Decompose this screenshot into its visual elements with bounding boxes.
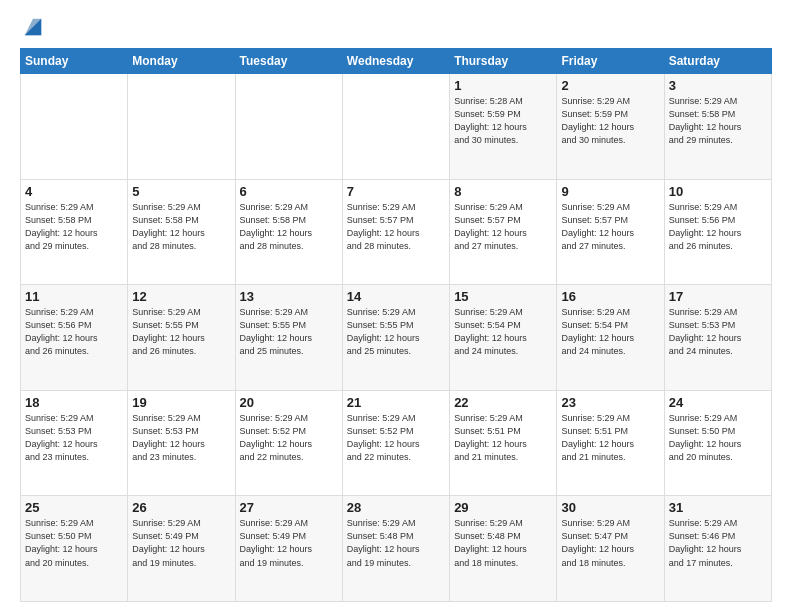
calendar-cell: 5Sunrise: 5:29 AM Sunset: 5:58 PM Daylig… bbox=[128, 179, 235, 285]
calendar-week-5: 25Sunrise: 5:29 AM Sunset: 5:50 PM Dayli… bbox=[21, 496, 772, 602]
calendar-cell: 12Sunrise: 5:29 AM Sunset: 5:55 PM Dayli… bbox=[128, 285, 235, 391]
day-info: Sunrise: 5:29 AM Sunset: 5:51 PM Dayligh… bbox=[561, 412, 659, 464]
calendar-cell: 30Sunrise: 5:29 AM Sunset: 5:47 PM Dayli… bbox=[557, 496, 664, 602]
day-number: 5 bbox=[132, 184, 230, 199]
header bbox=[20, 16, 772, 38]
day-number: 22 bbox=[454, 395, 552, 410]
calendar-cell: 6Sunrise: 5:29 AM Sunset: 5:58 PM Daylig… bbox=[235, 179, 342, 285]
calendar-week-2: 4Sunrise: 5:29 AM Sunset: 5:58 PM Daylig… bbox=[21, 179, 772, 285]
calendar-cell: 22Sunrise: 5:29 AM Sunset: 5:51 PM Dayli… bbox=[450, 390, 557, 496]
calendar-cell: 28Sunrise: 5:29 AM Sunset: 5:48 PM Dayli… bbox=[342, 496, 449, 602]
day-info: Sunrise: 5:29 AM Sunset: 5:47 PM Dayligh… bbox=[561, 517, 659, 569]
calendar-cell: 18Sunrise: 5:29 AM Sunset: 5:53 PM Dayli… bbox=[21, 390, 128, 496]
day-number: 2 bbox=[561, 78, 659, 93]
day-number: 16 bbox=[561, 289, 659, 304]
day-info: Sunrise: 5:29 AM Sunset: 5:55 PM Dayligh… bbox=[240, 306, 338, 358]
day-info: Sunrise: 5:29 AM Sunset: 5:48 PM Dayligh… bbox=[347, 517, 445, 569]
day-number: 24 bbox=[669, 395, 767, 410]
day-number: 12 bbox=[132, 289, 230, 304]
logo-icon bbox=[22, 16, 44, 38]
calendar-cell: 8Sunrise: 5:29 AM Sunset: 5:57 PM Daylig… bbox=[450, 179, 557, 285]
day-info: Sunrise: 5:29 AM Sunset: 5:56 PM Dayligh… bbox=[669, 201, 767, 253]
day-info: Sunrise: 5:29 AM Sunset: 5:56 PM Dayligh… bbox=[25, 306, 123, 358]
day-number: 8 bbox=[454, 184, 552, 199]
day-info: Sunrise: 5:29 AM Sunset: 5:57 PM Dayligh… bbox=[347, 201, 445, 253]
day-number: 7 bbox=[347, 184, 445, 199]
day-info: Sunrise: 5:29 AM Sunset: 5:48 PM Dayligh… bbox=[454, 517, 552, 569]
calendar-cell: 2Sunrise: 5:29 AM Sunset: 5:59 PM Daylig… bbox=[557, 74, 664, 180]
day-number: 17 bbox=[669, 289, 767, 304]
calendar-table: SundayMondayTuesdayWednesdayThursdayFrid… bbox=[20, 48, 772, 602]
calendar-cell: 13Sunrise: 5:29 AM Sunset: 5:55 PM Dayli… bbox=[235, 285, 342, 391]
day-number: 25 bbox=[25, 500, 123, 515]
day-number: 15 bbox=[454, 289, 552, 304]
page: SundayMondayTuesdayWednesdayThursdayFrid… bbox=[0, 0, 792, 612]
day-info: Sunrise: 5:29 AM Sunset: 5:54 PM Dayligh… bbox=[454, 306, 552, 358]
calendar-cell: 3Sunrise: 5:29 AM Sunset: 5:58 PM Daylig… bbox=[664, 74, 771, 180]
day-number: 18 bbox=[25, 395, 123, 410]
calendar-cell bbox=[21, 74, 128, 180]
day-number: 4 bbox=[25, 184, 123, 199]
calendar-cell bbox=[235, 74, 342, 180]
day-number: 30 bbox=[561, 500, 659, 515]
day-info: Sunrise: 5:29 AM Sunset: 5:58 PM Dayligh… bbox=[25, 201, 123, 253]
logo bbox=[20, 20, 44, 38]
day-number: 26 bbox=[132, 500, 230, 515]
day-info: Sunrise: 5:29 AM Sunset: 5:52 PM Dayligh… bbox=[347, 412, 445, 464]
day-info: Sunrise: 5:29 AM Sunset: 5:52 PM Dayligh… bbox=[240, 412, 338, 464]
day-info: Sunrise: 5:29 AM Sunset: 5:49 PM Dayligh… bbox=[132, 517, 230, 569]
day-number: 1 bbox=[454, 78, 552, 93]
calendar-week-4: 18Sunrise: 5:29 AM Sunset: 5:53 PM Dayli… bbox=[21, 390, 772, 496]
day-info: Sunrise: 5:29 AM Sunset: 5:55 PM Dayligh… bbox=[347, 306, 445, 358]
day-info: Sunrise: 5:29 AM Sunset: 5:58 PM Dayligh… bbox=[132, 201, 230, 253]
calendar-cell: 15Sunrise: 5:29 AM Sunset: 5:54 PM Dayli… bbox=[450, 285, 557, 391]
day-info: Sunrise: 5:29 AM Sunset: 5:51 PM Dayligh… bbox=[454, 412, 552, 464]
weekday-header-monday: Monday bbox=[128, 49, 235, 74]
day-info: Sunrise: 5:29 AM Sunset: 5:58 PM Dayligh… bbox=[669, 95, 767, 147]
calendar-week-3: 11Sunrise: 5:29 AM Sunset: 5:56 PM Dayli… bbox=[21, 285, 772, 391]
day-info: Sunrise: 5:29 AM Sunset: 5:50 PM Dayligh… bbox=[25, 517, 123, 569]
weekday-header-saturday: Saturday bbox=[664, 49, 771, 74]
day-number: 27 bbox=[240, 500, 338, 515]
day-number: 6 bbox=[240, 184, 338, 199]
day-info: Sunrise: 5:29 AM Sunset: 5:53 PM Dayligh… bbox=[132, 412, 230, 464]
day-info: Sunrise: 5:29 AM Sunset: 5:50 PM Dayligh… bbox=[669, 412, 767, 464]
day-info: Sunrise: 5:29 AM Sunset: 5:57 PM Dayligh… bbox=[454, 201, 552, 253]
day-number: 14 bbox=[347, 289, 445, 304]
day-number: 10 bbox=[669, 184, 767, 199]
calendar-cell: 17Sunrise: 5:29 AM Sunset: 5:53 PM Dayli… bbox=[664, 285, 771, 391]
calendar-cell: 24Sunrise: 5:29 AM Sunset: 5:50 PM Dayli… bbox=[664, 390, 771, 496]
day-number: 28 bbox=[347, 500, 445, 515]
calendar-cell: 10Sunrise: 5:29 AM Sunset: 5:56 PM Dayli… bbox=[664, 179, 771, 285]
weekday-header-friday: Friday bbox=[557, 49, 664, 74]
calendar-cell: 14Sunrise: 5:29 AM Sunset: 5:55 PM Dayli… bbox=[342, 285, 449, 391]
calendar-cell: 29Sunrise: 5:29 AM Sunset: 5:48 PM Dayli… bbox=[450, 496, 557, 602]
day-info: Sunrise: 5:29 AM Sunset: 5:46 PM Dayligh… bbox=[669, 517, 767, 569]
day-number: 11 bbox=[25, 289, 123, 304]
calendar-cell: 7Sunrise: 5:29 AM Sunset: 5:57 PM Daylig… bbox=[342, 179, 449, 285]
calendar-cell bbox=[128, 74, 235, 180]
weekday-header-wednesday: Wednesday bbox=[342, 49, 449, 74]
weekday-header-sunday: Sunday bbox=[21, 49, 128, 74]
weekday-header-tuesday: Tuesday bbox=[235, 49, 342, 74]
day-info: Sunrise: 5:29 AM Sunset: 5:53 PM Dayligh… bbox=[25, 412, 123, 464]
day-info: Sunrise: 5:29 AM Sunset: 5:58 PM Dayligh… bbox=[240, 201, 338, 253]
calendar-cell: 31Sunrise: 5:29 AM Sunset: 5:46 PM Dayli… bbox=[664, 496, 771, 602]
day-info: Sunrise: 5:29 AM Sunset: 5:53 PM Dayligh… bbox=[669, 306, 767, 358]
day-info: Sunrise: 5:29 AM Sunset: 5:55 PM Dayligh… bbox=[132, 306, 230, 358]
calendar-cell: 23Sunrise: 5:29 AM Sunset: 5:51 PM Dayli… bbox=[557, 390, 664, 496]
svg-marker-1 bbox=[25, 19, 42, 36]
day-number: 19 bbox=[132, 395, 230, 410]
weekday-row: SundayMondayTuesdayWednesdayThursdayFrid… bbox=[21, 49, 772, 74]
weekday-header-thursday: Thursday bbox=[450, 49, 557, 74]
calendar-cell: 25Sunrise: 5:29 AM Sunset: 5:50 PM Dayli… bbox=[21, 496, 128, 602]
day-number: 20 bbox=[240, 395, 338, 410]
day-number: 29 bbox=[454, 500, 552, 515]
calendar-cell: 1Sunrise: 5:28 AM Sunset: 5:59 PM Daylig… bbox=[450, 74, 557, 180]
day-info: Sunrise: 5:29 AM Sunset: 5:57 PM Dayligh… bbox=[561, 201, 659, 253]
calendar-header: SundayMondayTuesdayWednesdayThursdayFrid… bbox=[21, 49, 772, 74]
calendar-cell: 9Sunrise: 5:29 AM Sunset: 5:57 PM Daylig… bbox=[557, 179, 664, 285]
day-info: Sunrise: 5:28 AM Sunset: 5:59 PM Dayligh… bbox=[454, 95, 552, 147]
day-info: Sunrise: 5:29 AM Sunset: 5:59 PM Dayligh… bbox=[561, 95, 659, 147]
calendar-cell: 26Sunrise: 5:29 AM Sunset: 5:49 PM Dayli… bbox=[128, 496, 235, 602]
